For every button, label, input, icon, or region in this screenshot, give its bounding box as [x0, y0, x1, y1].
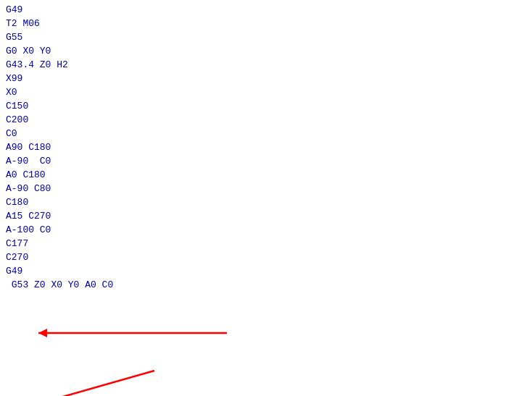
code-line-10: A90 C180: [6, 140, 526, 154]
code-line-7: C150: [6, 99, 526, 113]
code-line-6: X0: [6, 85, 526, 99]
code-line-3: G0 X0 Y0: [6, 44, 526, 58]
svg-line-2: [40, 371, 154, 396]
code-line-0: G49: [6, 3, 526, 17]
code-line-18: C270: [6, 250, 526, 264]
code-line-12: A0 C180: [6, 168, 526, 182]
code-line-11: A-90 C0: [6, 154, 526, 168]
code-line-15: A15 C270: [6, 209, 526, 223]
code-editor: G49T2 M06G55G0 X0 Y0G43.4 Z0 H2X99X0C150…: [0, 0, 532, 396]
code-line-2: G55: [6, 30, 526, 44]
code-line-9: C0: [6, 127, 526, 140]
code-line-4: G43.4 Z0 H2: [6, 58, 526, 72]
code-line-1: T2 M06: [6, 17, 526, 30]
code-line-5: X99: [6, 72, 526, 85]
code-line-8: C200: [6, 113, 526, 127]
code-line-16: A-100 C0: [6, 223, 526, 237]
code-line-17: C177: [6, 237, 526, 250]
code-line-14: C180: [6, 195, 526, 209]
code-line-20: G53 Z0 X0 Y0 A0 C0: [6, 278, 526, 292]
code-line-19: G49: [6, 264, 526, 278]
svg-marker-1: [38, 329, 47, 337]
code-block: G49T2 M06G55G0 X0 Y0G43.4 Z0 H2X99X0C150…: [6, 3, 526, 292]
code-line-13: A-90 C80: [6, 182, 526, 195]
